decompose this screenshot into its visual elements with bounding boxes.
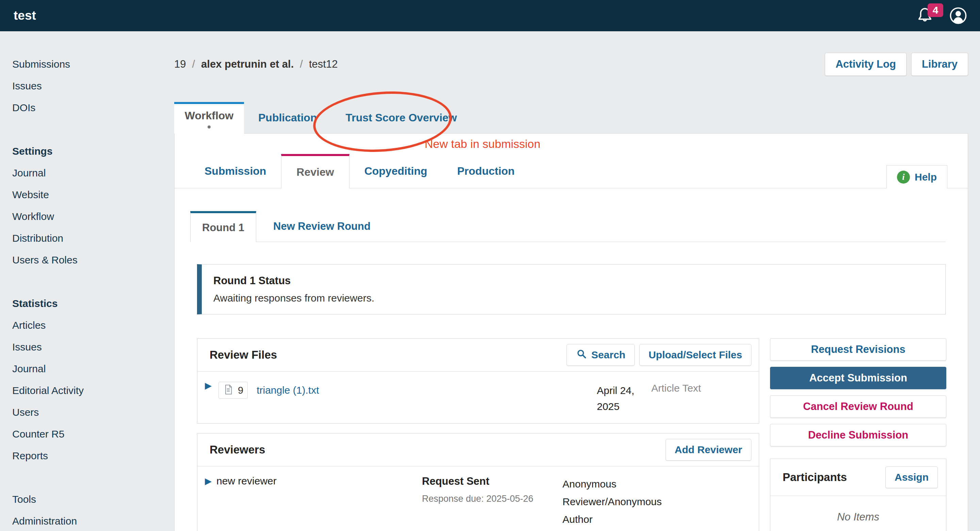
sidebar-item-editorial-activity[interactable]: Editorial Activity [0, 380, 170, 401]
participants-empty-state: No Items [770, 496, 946, 531]
decline-submission-button[interactable]: Decline Submission [770, 424, 946, 446]
document-icon [223, 384, 234, 396]
sidebar-item-journal[interactable]: Journal [0, 162, 170, 184]
participants-title: Participants [783, 471, 847, 484]
review-files-title: Review Files [210, 349, 277, 361]
tab-workflow[interactable]: Workflow [174, 102, 244, 133]
top-bar: test 4 [0, 0, 980, 31]
add-reviewer-button[interactable]: Add Reviewer [666, 439, 751, 461]
accept-submission-button[interactable]: Accept Submission [770, 367, 946, 389]
tab-workflow-label: Workflow [185, 109, 234, 122]
stage-tab-bar: Submission Review Copyediting Production… [175, 154, 968, 188]
sidebar-item-reports[interactable]: Reports [0, 445, 170, 467]
help-label: Help [915, 171, 937, 183]
tab-stage-submission[interactable]: Submission [189, 154, 281, 188]
file-revisions-chip: 9 [218, 382, 248, 399]
sidebar-item-website[interactable]: Website [0, 184, 170, 206]
sidebar-item-stats-journal[interactable]: Journal [0, 358, 170, 380]
sidebar-item-counter-r5[interactable]: Counter R5 [0, 423, 170, 445]
notification-count-badge: 4 [928, 3, 943, 17]
activity-log-button[interactable]: Activity Log [825, 53, 906, 76]
upload-select-files-button[interactable]: Upload/Select Files [640, 344, 751, 366]
round-content: Review Files Search Upload/Select Files [197, 338, 946, 531]
assign-button[interactable]: Assign [885, 466, 938, 488]
sidebar-header-statistics: Statistics [0, 293, 170, 314]
site-brand[interactable]: test [14, 8, 36, 23]
tab-stage-copyediting[interactable]: Copyediting [350, 154, 442, 188]
tab-new-review-round[interactable]: New Review Round [256, 211, 388, 242]
table-row: ▶ new reviewer Request Sent Response due… [197, 466, 759, 531]
submission-header: 19 / alex petrunin et al. / test12 Activ… [174, 53, 968, 76]
sidebar-item-workflow[interactable]: Workflow [0, 206, 170, 227]
bell-icon [915, 21, 934, 26]
search-icon [576, 348, 587, 362]
file-id: 9 [238, 385, 243, 396]
info-icon: i [897, 171, 910, 184]
cancel-review-round-button[interactable]: Cancel Review Round [770, 395, 946, 418]
review-files-grid: Review Files Search Upload/Select Files [197, 338, 759, 423]
participants-panel: Participants Assign No Items [770, 458, 946, 531]
reviewer-method: Anonymous Reviewer/Anonymous Author [563, 475, 680, 528]
sidebar-item-distribution[interactable]: Distribution [0, 227, 170, 249]
workflow-tab-bar: Workflow Publication Trust Score Overvie… [174, 102, 968, 133]
participants-header: Participants Assign [770, 459, 946, 496]
user-avatar-icon [950, 20, 967, 25]
decisions-column: Request Revisions Accept Submission Canc… [770, 338, 946, 531]
sidebar-item-issues[interactable]: Issues [0, 75, 170, 97]
tab-stage-production[interactable]: Production [442, 154, 530, 188]
reviewer-status: Request Sent [422, 475, 563, 488]
expand-caret-icon[interactable]: ▶ [205, 380, 216, 391]
grids-column: Review Files Search Upload/Select Files [197, 338, 759, 531]
round-tab-bar: Round 1 New Review Round [190, 211, 946, 242]
library-button[interactable]: Library [911, 53, 968, 76]
topbar-actions: 4 [915, 0, 967, 31]
breadcrumb-id: 19 [174, 58, 186, 70]
main-content: 19 / alex petrunin et al. / test12 Activ… [174, 31, 968, 531]
sidebar-item-stats-articles[interactable]: Articles [0, 314, 170, 336]
file-cell: 9 triangle (1).txt [216, 380, 597, 400]
review-stage-body: Round 1 New Review Round Round 1 Status … [175, 211, 968, 531]
breadcrumb-separator: / [186, 58, 201, 70]
sidebar-item-submissions[interactable]: Submissions [0, 53, 170, 75]
reviewers-grid: Reviewers Add Reviewer ▶ new reviewer [197, 433, 759, 531]
file-type: Article Text [651, 382, 746, 394]
file-date: April 24, 2025 [597, 382, 651, 414]
sidebar-item-stats-users[interactable]: Users [0, 401, 170, 423]
expand-caret-icon[interactable]: ▶ [205, 476, 216, 487]
tab-stage-review[interactable]: Review [281, 154, 349, 188]
sidebar-item-users-roles[interactable]: Users & Roles [0, 249, 170, 271]
review-files-actions: Search Upload/Select Files [566, 344, 751, 366]
notifications-button[interactable]: 4 [915, 6, 934, 25]
breadcrumb: 19 / alex petrunin et al. / test12 [174, 58, 337, 70]
file-name-link[interactable]: triangle (1).txt [256, 385, 319, 396]
user-menu-button[interactable] [950, 7, 967, 24]
help-button[interactable]: i Help [886, 165, 947, 188]
reviewer-response-due: Response due: 2025-05-26 [422, 494, 563, 504]
sidebar-item-stats-issues[interactable]: Issues [0, 336, 170, 358]
annotation-text: New tab in submission [425, 137, 540, 151]
sidebar-item-dois[interactable]: DOIs [0, 97, 170, 119]
sidebar-item-tools[interactable]: Tools [0, 488, 170, 510]
round-status-title: Round 1 Status [213, 275, 934, 287]
breadcrumb-title: test12 [309, 58, 337, 70]
reviewers-actions: Add Reviewer [666, 439, 751, 461]
reviewer-cell: ▶ new reviewer [205, 475, 422, 487]
tab-trust-score-overview[interactable]: Trust Score Overview [331, 102, 471, 133]
participants-actions: Assign [885, 466, 938, 488]
sidebar-header-settings: Settings [0, 140, 170, 162]
reviewer-name: new reviewer [216, 475, 277, 487]
reviewers-title: Reviewers [210, 443, 265, 456]
workflow-tab-indicator-dot [208, 125, 211, 128]
reviewer-status-cell: Request Sent Response due: 2025-05-26 [422, 475, 563, 504]
round-status-box: Round 1 Status Awaiting responses from r… [197, 264, 946, 314]
tab-publication[interactable]: Publication [244, 102, 331, 133]
tab-round-1[interactable]: Round 1 [190, 211, 256, 242]
sidebar-item-administration[interactable]: Administration [0, 510, 170, 531]
review-files-header: Review Files Search Upload/Select Files [197, 339, 759, 372]
search-button[interactable]: Search [566, 344, 635, 366]
header-buttons: Activity Log Library [825, 53, 968, 76]
sidebar-nav: Submissions Issues DOIs Settings Journal… [0, 31, 170, 531]
request-revisions-button[interactable]: Request Revisions [770, 338, 946, 361]
breadcrumb-separator: / [294, 58, 309, 70]
workflow-panel: Submission Review Copyediting Production… [174, 133, 968, 531]
